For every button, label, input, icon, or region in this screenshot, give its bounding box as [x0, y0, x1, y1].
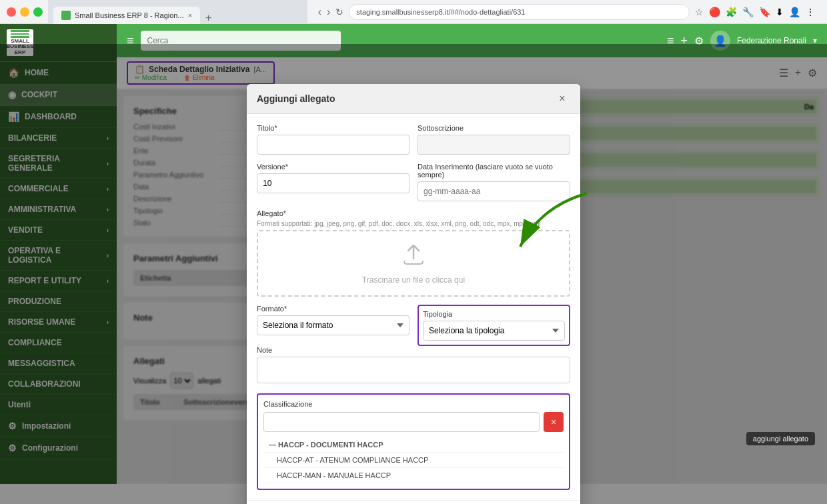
- classificazione-section: Classificazione × — HACCP - DOCUMENTI HA…: [257, 393, 570, 490]
- titolo-input[interactable]: [257, 135, 409, 155]
- extension-icon1[interactable]: 🔴: [709, 7, 720, 17]
- forward-button[interactable]: ›: [327, 6, 330, 18]
- allegato-field: Allegato* Formati supportati: jpg, jpeg,…: [257, 209, 570, 297]
- menu-dots-icon[interactable]: ⋮: [806, 7, 815, 17]
- logo-line1: [11, 30, 29, 32]
- modal-title: Aggiungi allegato: [257, 93, 335, 104]
- formato-tipologia-row: Formato* Seleziona il formato Tipologia …: [257, 305, 570, 346]
- titolo-sottoscrizione-row: Titolo* Sottoscrizione: [257, 124, 570, 163]
- classificazione-input-row: ×: [263, 412, 564, 432]
- modal-close-button[interactable]: ×: [554, 91, 570, 107]
- allegato-label: Allegato*: [257, 209, 570, 217]
- add-allegato-tooltip: aggiungi allegato: [746, 432, 815, 445]
- data-label: Data Inserimento (lasciare vuoto se vuot…: [418, 163, 570, 179]
- extension-icon4[interactable]: 🔖: [759, 7, 770, 17]
- classificazione-input[interactable]: [263, 412, 540, 432]
- refresh-button[interactable]: ↻: [335, 7, 343, 17]
- sottoscrizione-field: Sottoscrizione: [418, 124, 570, 155]
- tipologia-box: Tipologia Seleziona la tipologia: [418, 305, 570, 346]
- formato-field: Formato* Seleziona il formato: [257, 305, 409, 338]
- versione-data-row: Versione* Data Inserimento (lasciare vuo…: [257, 163, 570, 209]
- address-bar[interactable]: staging.smallbusinesserp8.it/##/nodo-det…: [349, 4, 690, 20]
- extension-icon2[interactable]: 🧩: [726, 7, 737, 17]
- tab-close-icon[interactable]: ×: [188, 11, 192, 19]
- allegato-formats: Formati supportati: jpg, jpeg, png, gif,…: [257, 220, 570, 227]
- upload-area[interactable]: Trascinare un file o clicca qui: [257, 230, 570, 297]
- note-input[interactable]: [257, 357, 570, 383]
- versione-field: Versione*: [257, 163, 409, 201]
- url-text: staging.smallbusinesserp8.it/##/nodo-det…: [356, 8, 525, 16]
- tree-item-haccp-at[interactable]: HACCP-AT - ATENUM COMPLIANCE HACCP: [263, 453, 564, 468]
- back-button[interactable]: ‹: [318, 6, 321, 18]
- tree-item-haccp-man[interactable]: HACCP-MAN - MANUALE HACCP: [263, 468, 564, 483]
- browser-controls: [7, 7, 43, 17]
- modal-dialog: Aggiungi allegato × Titolo* Sottoscrizio…: [247, 84, 580, 504]
- close-button[interactable]: [7, 7, 16, 17]
- upload-text: Trascinare un file o clicca qui: [362, 275, 465, 285]
- titolo-label: Titolo*: [257, 124, 409, 132]
- titolo-field: Titolo*: [257, 124, 409, 155]
- extension-icon5[interactable]: ⬇: [776, 7, 784, 17]
- note-label: Note: [257, 346, 570, 354]
- data-input[interactable]: [418, 181, 570, 201]
- browser-bar: Small Business ERP 8 - Ragion... × + ‹ ›…: [0, 0, 827, 24]
- formato-select[interactable]: Seleziona il formato: [257, 315, 409, 335]
- tooltip-text: aggiungi allegato: [753, 435, 808, 443]
- modal-footer: Chiudi Salva: [247, 500, 580, 504]
- tipologia-label: Tipologia: [423, 310, 565, 318]
- data-field: Data Inserimento (lasciare vuoto se vuot…: [418, 163, 570, 201]
- new-tab-button[interactable]: +: [200, 12, 217, 24]
- sottoscrizione-label: Sottoscrizione: [418, 124, 570, 132]
- maximize-button[interactable]: [33, 7, 43, 17]
- classificazione-label: Classificazione: [263, 400, 564, 408]
- formato-label: Formato*: [257, 305, 409, 313]
- modal-header: Aggiungi allegato ×: [247, 84, 580, 114]
- versione-label: Versione*: [257, 163, 409, 171]
- classificazione-clear-button[interactable]: ×: [544, 412, 564, 432]
- favicon: [61, 11, 71, 20]
- minimize-button[interactable]: [20, 7, 29, 17]
- star-icon[interactable]: ☆: [695, 7, 704, 17]
- tipologia-select[interactable]: Seleziona la tipologia: [423, 321, 565, 341]
- modal-body: Titolo* Sottoscrizione Versione* Data In…: [247, 114, 580, 500]
- tab-title: Small Business ERP 8 - Ragion...: [75, 11, 184, 19]
- note-field: Note: [257, 346, 570, 385]
- extension-icon3[interactable]: 🔧: [742, 7, 754, 17]
- versione-input[interactable]: [257, 173, 409, 193]
- logo-line2: [11, 33, 29, 35]
- tab-bar: Small Business ERP 8 - Ragion... × +: [48, 0, 307, 24]
- modal-overlay: Aggiungi allegato × Titolo* Sottoscrizio…: [0, 44, 827, 504]
- browser-tab[interactable]: Small Business ERP 8 - Ragion... ×: [53, 7, 200, 24]
- upload-icon: [400, 243, 427, 271]
- profile-icon[interactable]: 👤: [789, 7, 800, 17]
- tree-item-haccp[interactable]: — HACCP - DOCUMENTI HACCP: [263, 437, 564, 453]
- tree-list: — HACCP - DOCUMENTI HACCP HACCP-AT - ATE…: [263, 437, 564, 483]
- sottoscrizione-display: [418, 135, 570, 155]
